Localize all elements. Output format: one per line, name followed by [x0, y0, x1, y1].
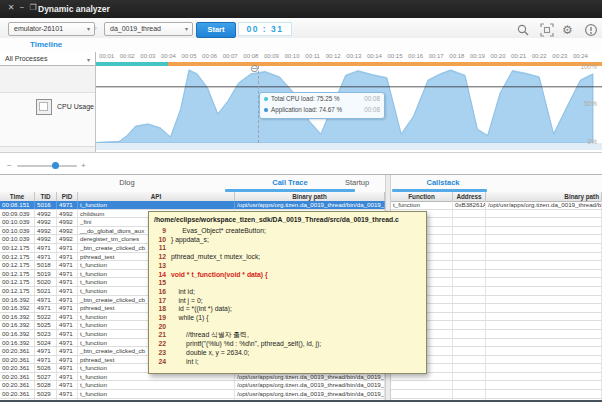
code-line: 23 double x, y = 2634.0;: [154, 349, 421, 358]
ruler-tick: 00:07: [223, 53, 238, 59]
col-function[interactable]: Function: [391, 192, 453, 201]
dynamic-analyzer-window: ✕ − ❐ Dynamic analyzer emulator-26101 ▾ …: [0, 0, 602, 402]
zoom-slider-handle[interactable]: [52, 162, 59, 169]
code-line: 22 printf("(%lu) %d : %d\n", pthread_sel…: [154, 340, 421, 349]
start-button[interactable]: Start: [196, 22, 236, 38]
col-api[interactable]: API: [78, 192, 235, 201]
sidebar-item-cpu-usage[interactable]: CPU Usage: [0, 92, 95, 147]
ruler-tick: 00:01: [99, 53, 114, 59]
table-cell: 4992: [57, 227, 78, 235]
ruler-tick: 00:14: [367, 53, 382, 59]
tab-call-trace[interactable]: Call Trace: [272, 178, 307, 187]
table-cell: 4992: [35, 227, 57, 235]
tab-timeline[interactable]: Timeline: [30, 40, 62, 49]
table-cell: 4971: [57, 373, 78, 381]
table-cell: [486, 210, 602, 218]
tab-dlog[interactable]: Dlog: [119, 178, 134, 187]
tab-startup[interactable]: Startup: [345, 178, 369, 187]
table-cell: 00:12.175: [0, 270, 35, 278]
tab-callstack[interactable]: Callstack: [427, 178, 460, 187]
ruler-tick: 00:18: [449, 53, 464, 59]
table-cell: 4971: [35, 244, 57, 252]
table-cell: 00:16.392: [0, 296, 35, 304]
table-row[interactable]: 00:08.15150164971t_function/opt/usr/apps…: [0, 201, 385, 210]
table-row[interactable]: t_function0xB38261A/opt/usr/apps/org.tiz…: [391, 201, 602, 210]
window-maximize-icon[interactable]: ❐: [28, 3, 38, 12]
table-cell: 5029: [35, 390, 57, 398]
col-tid[interactable]: TID: [35, 192, 57, 201]
col-binary[interactable]: Binary path: [235, 192, 385, 201]
table-cell: [486, 278, 602, 286]
table-cell: 00:16.392: [0, 339, 35, 347]
table-cell: 00:20.361: [0, 381, 35, 389]
ruler-tick: 00:16: [408, 53, 423, 59]
source-code-lines: 9 Evas_Object* createButton;10} appdata_…: [154, 227, 421, 366]
table-cell: 0xB38261A: [453, 201, 486, 209]
table-cell: 4971: [57, 321, 78, 329]
tooltip-total-label: Total CPU load:: [271, 95, 315, 102]
code-line: 19 while (1) {: [154, 314, 421, 323]
table-cell: [486, 313, 602, 321]
timeline-panel: All Processes ▾ CPU Usage 00:0000:0100:0…: [0, 52, 602, 174]
col-time[interactable]: Time: [0, 192, 35, 201]
table-cell: [486, 364, 602, 372]
table-cell: 00:20.361: [0, 356, 35, 364]
table-cell: 4971: [57, 261, 78, 269]
ruler-tick: 00:08: [243, 53, 258, 59]
axis-label-100: 100%: [580, 63, 597, 70]
table-row[interactable]: 00:20.36150284971t_function/opt/usr/apps…: [0, 381, 385, 390]
table-cell: 5024: [35, 339, 57, 347]
zoom-slider-track[interactable]: [17, 165, 77, 167]
settings-gear-icon[interactable]: ⚙: [562, 23, 576, 37]
table-cell: [486, 356, 602, 364]
table-cell: 5019: [35, 270, 57, 278]
tooltip-total-value: 75.25 %: [317, 95, 340, 102]
search-icon[interactable]: [516, 23, 530, 37]
window-minimize-icon[interactable]: −: [17, 3, 27, 12]
table-cell: [486, 330, 602, 338]
table-cell: [453, 347, 486, 355]
axis-label-0: 0%: [588, 138, 597, 145]
table-cell: 4971: [35, 356, 57, 364]
col-binary-path[interactable]: Binary path: [486, 192, 602, 201]
table-cell: 5018: [35, 261, 57, 269]
table-cell: t_function: [78, 201, 235, 209]
ruler-tick: 00:22: [532, 53, 547, 59]
cpu-usage-label: CPU Usage: [57, 103, 94, 110]
ruler-tick: 00:24: [573, 53, 588, 59]
table-cell: 5026: [35, 364, 57, 372]
ruler-tick: 00:03: [140, 53, 155, 59]
zoom-slider-minus[interactable]: −: [7, 161, 12, 170]
zoom-out-icon[interactable]: ⊖: [250, 64, 258, 74]
chart-tooltip: Total CPU load: 75.25 % 00:08 Applicatio…: [259, 92, 385, 119]
device-select-value: emulator-26101: [14, 25, 63, 32]
col-pid[interactable]: PID: [57, 192, 78, 201]
table-cell: 5027: [35, 373, 57, 381]
col-address[interactable]: Address: [453, 192, 486, 201]
table-cell: 00:16.392: [0, 321, 35, 329]
timeline-ruler[interactable]: 00:0000:0100:0200:0300:0400:0500:0600:07…: [96, 52, 602, 62]
code-line: 14void * t_function(void * data) {: [154, 271, 421, 280]
app-select[interactable]: da_0019_thread ▾: [104, 22, 193, 36]
window-close-icon[interactable]: ✕: [6, 3, 16, 12]
process-filter-select[interactable]: All Processes ▾: [0, 52, 96, 66]
table-row[interactable]: 00:20.36150274971t_function/opt/usr/apps…: [0, 373, 385, 382]
table-cell: 5023: [35, 330, 57, 338]
code-line: 9 Evas_Object* createButton;: [154, 227, 421, 236]
table-cell: [453, 244, 486, 252]
table-cell: [453, 339, 486, 347]
code-line: 17 int j = 0;: [154, 297, 421, 306]
table-cell: 4971: [57, 356, 78, 364]
title-bar: ✕ − ❐ Dynamic analyzer: [0, 0, 602, 18]
code-line: 13: [154, 262, 421, 271]
table-cell: 4992: [57, 210, 78, 218]
info-icon[interactable]: [584, 23, 598, 37]
table-cell: 5025: [35, 321, 57, 329]
bottom-tab-bar: Dlog Call Trace Startup Callstack: [0, 175, 602, 193]
code-line: 15: [154, 279, 421, 288]
device-select[interactable]: emulator-26101 ▾: [8, 22, 95, 36]
process-filter-value: All Processes: [5, 55, 47, 62]
screenshot-icon[interactable]: [540, 23, 554, 37]
table-row[interactable]: 00:20.36150294971t_function/opt/usr/apps…: [0, 390, 385, 399]
zoom-slider-plus[interactable]: +: [81, 161, 86, 170]
